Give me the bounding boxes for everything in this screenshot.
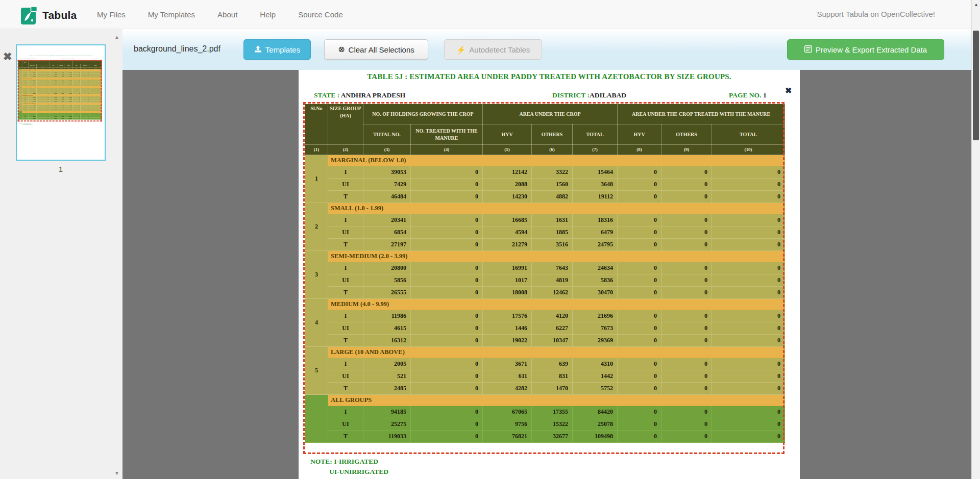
sidebar-scroll-up-icon[interactable]: ▲	[114, 34, 119, 40]
doc-note: NOTE: I-IRRIGATED UI-UNIRRIGATED	[310, 457, 388, 476]
clear-selections-button[interactable]: ⊗ Clear All Selections	[324, 39, 428, 60]
pdf-page[interactable]: TABLE 5J : ESTIMATED AREA UNDER PADDY TR…	[299, 70, 800, 479]
doc-meta: STATE : ANDHRA PRADESH DISTRICT :ADILABA…	[299, 91, 800, 100]
selection-close-icon[interactable]: ✖	[785, 87, 792, 95]
page-no-field: PAGE NO. 1	[729, 91, 767, 99]
selection-box[interactable]	[303, 102, 785, 454]
lightning-bolt-icon: ⚡	[456, 46, 466, 54]
table-list-icon	[804, 45, 812, 54]
doc-title: TABLE 5J : ESTIMATED AREA UNDER PADDY TR…	[299, 72, 800, 81]
main-nav: My Files My Templates About Help Source …	[97, 0, 343, 29]
tabula-logo-icon	[20, 4, 38, 27]
doc-meta: STATE : ANDHRA PRADESH DISTRICT :ADILABA…	[17, 58, 105, 60]
window-scrollbar[interactable]: ▲	[971, 0, 980, 479]
scrollbar-thumb[interactable]	[973, 31, 979, 140]
page-number-label: 1	[16, 165, 106, 173]
district-field: DISTRICT :ADILABAD	[552, 91, 626, 99]
nav-my-templates[interactable]: My Templates	[148, 10, 195, 19]
templates-button[interactable]: Templates	[243, 39, 311, 60]
note-line: UI-UNIRRIGATED	[329, 467, 388, 477]
sidebar-scroll-down-icon[interactable]: ▼	[114, 470, 119, 476]
support-link[interactable]: Support Tabula on OpenCollective!	[817, 10, 935, 18]
filename-label: background_lines_2.pdf	[134, 44, 220, 54]
doc-note: NOTE: I-IRRIGATED UI-UNIRRIGATED	[19, 122, 33, 125]
selection-box	[18, 60, 102, 122]
scrollbar-up-arrow-icon[interactable]: ▲	[972, 2, 980, 7]
page-thumbnail-sidebar: ✖ TABLE 5J : ESTIMATED AREA UNDER PADDY …	[0, 29, 122, 479]
nav-help[interactable]: Help	[260, 10, 276, 19]
toolbar: background_lines_2.pdf Templates ⊗ Clear…	[122, 29, 980, 70]
remove-page-icon[interactable]: ✖	[3, 51, 12, 63]
brand-link[interactable]: Tabula	[20, 4, 77, 27]
preview-export-button[interactable]: Preview & Export Extracted Data	[787, 39, 944, 60]
doc-title: TABLE 5J : ESTIMATED AREA UNDER PADDY TR…	[17, 55, 105, 56]
template-save-icon	[254, 45, 262, 54]
nav-about[interactable]: About	[217, 10, 237, 19]
pdf-workspace: TABLE 5J : ESTIMATED AREA UNDER PADDY TR…	[122, 70, 980, 479]
thumbnail-scaler: TABLE 5J : ESTIMATED AREA UNDER PADDY TR…	[17, 45, 105, 160]
nav-source-code[interactable]: Source Code	[298, 10, 343, 19]
nav-my-files[interactable]: My Files	[97, 10, 126, 19]
tabula-app: Tabula My Files My Templates About Help …	[0, 0, 980, 479]
autodetect-tables-button[interactable]: ⚡ Autodetect Tables	[444, 39, 542, 60]
thumbnail-page: TABLE 5J : ESTIMATED AREA UNDER PADDY TR…	[17, 45, 105, 160]
note-line: NOTE: I-IRRIGATED	[310, 457, 388, 467]
brand-title: Tabula	[42, 9, 77, 21]
top-navbar: Tabula My Files My Templates About Help …	[0, 0, 980, 29]
state-field: STATE : ANDHRA PRADESH	[314, 91, 405, 99]
page-thumbnail[interactable]: TABLE 5J : ESTIMATED AREA UNDER PADDY TR…	[16, 44, 106, 161]
circle-x-icon: ⊗	[338, 45, 345, 54]
